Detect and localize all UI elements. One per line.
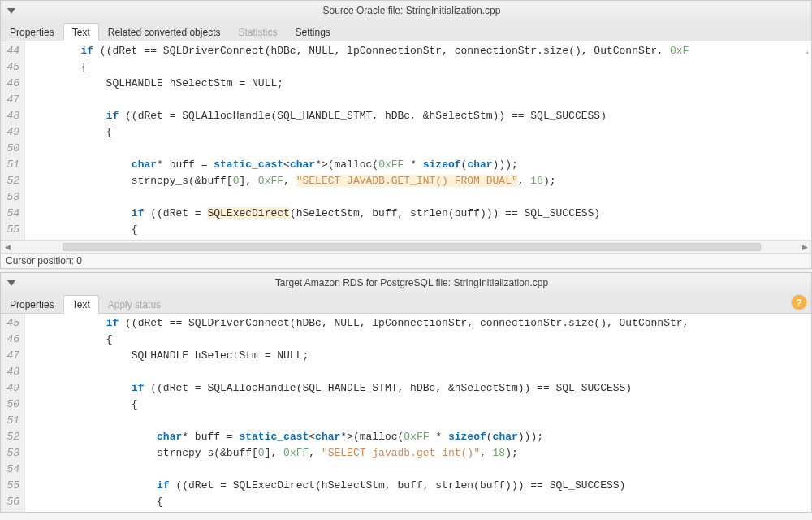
code-line[interactable]: { <box>30 124 811 141</box>
line-number: 50 <box>4 396 19 413</box>
code-line[interactable] <box>30 189 811 206</box>
target-title: Target Amazon RDS for PostgreSQL file: S… <box>17 277 806 288</box>
target-gutter: 454647484950515253545556 <box>1 314 25 512</box>
scroll-right-icon[interactable]: ▶ <box>798 243 811 251</box>
source-pane-header: Source Oracle file: StringInitialization… <box>1 1 811 20</box>
target-tabs: PropertiesTextApply status? <box>1 292 811 314</box>
source-status: Cursor position: 0 <box>1 253 811 268</box>
line-number: 47 <box>4 92 19 108</box>
source-tabs: PropertiesTextRelated converted objectsS… <box>1 20 811 41</box>
line-number: 51 <box>4 157 19 173</box>
code-line[interactable] <box>30 364 811 380</box>
tab-statistics: Statistics <box>229 23 286 42</box>
code-line[interactable]: strncpy_s(&buff[0], 0xFF, "SELECT JAVADB… <box>30 173 811 189</box>
tab-text[interactable]: Text <box>63 23 99 42</box>
scroll-up-icon[interactable]: ▴ <box>805 45 810 61</box>
line-number: 47 <box>4 348 19 364</box>
code-line[interactable]: { <box>30 332 811 348</box>
line-number: 55 <box>4 222 19 238</box>
scrollbar-track[interactable] <box>14 242 798 252</box>
code-line[interactable]: { <box>30 59 811 76</box>
code-line[interactable]: if ((dRet = SQLExecDirect(hSelectStm, bu… <box>30 478 811 494</box>
code-line[interactable]: if ((dRet == SQLDriverConnect(hDBc, NULL… <box>30 43 811 59</box>
code-line[interactable]: strncpy_s(&buff[0], 0xFF, "SELECT javadb… <box>30 445 811 462</box>
line-number: 53 <box>4 189 19 206</box>
source-title: Source Oracle file: StringInitialization… <box>17 5 806 16</box>
code-line[interactable]: if ((dRet = SQLAllocHandle(SQL_HANDLE_ST… <box>30 380 811 396</box>
target-code[interactable]: if ((dRet == SQLDriverConnect(hDBc, NULL… <box>25 314 811 512</box>
collapse-target-button[interactable] <box>6 277 17 288</box>
line-number: 49 <box>4 124 19 141</box>
svg-marker-0 <box>7 8 15 14</box>
source-code-area[interactable]: 444546474849505152535455 if ((dRet == SQ… <box>1 41 811 240</box>
code-line[interactable]: { <box>30 222 811 238</box>
line-number: 52 <box>4 429 19 445</box>
line-number: 54 <box>4 206 19 222</box>
line-number: 45 <box>4 59 19 76</box>
line-number: 56 <box>4 494 19 510</box>
source-gutter: 444546474849505152535455 <box>1 41 25 240</box>
source-horizontal-scrollbar[interactable]: ◀ ▶ <box>1 240 811 253</box>
tab-related-converted-objects[interactable]: Related converted objects <box>99 23 230 42</box>
help-icon[interactable]: ? <box>792 295 806 310</box>
target-pane: Target Amazon RDS for PostgreSQL file: S… <box>0 272 812 513</box>
code-line[interactable]: if ((dRet == SQLDriverConnect(hDBc, NULL… <box>30 315 811 332</box>
svg-marker-1 <box>7 280 15 286</box>
code-line[interactable]: { <box>30 396 811 413</box>
tab-settings[interactable]: Settings <box>286 23 339 42</box>
tab-apply-status: Apply status <box>99 295 170 314</box>
tab-properties[interactable]: Properties <box>1 23 63 42</box>
scroll-left-icon[interactable]: ◀ <box>1 243 14 251</box>
code-line[interactable] <box>30 462 811 478</box>
line-number: 54 <box>4 462 19 478</box>
source-code[interactable]: if ((dRet == SQLDriverConnect(hDBc, NULL… <box>25 41 811 240</box>
line-number: 52 <box>4 173 19 189</box>
code-line[interactable]: if ((dRet = SQLAllocHandle(SQL_HANDLE_ST… <box>30 108 811 124</box>
line-number: 51 <box>4 413 19 429</box>
code-line[interactable]: char* buff = static_cast<char*>(malloc(0… <box>30 157 811 173</box>
line-number: 48 <box>4 364 19 380</box>
code-line[interactable]: if ((dRet = SQLExecDirect(hSelectStm, bu… <box>30 206 811 222</box>
line-number: 44 <box>4 43 19 59</box>
target-pane-header: Target Amazon RDS for PostgreSQL file: S… <box>1 273 811 292</box>
code-line[interactable]: SQLHANDLE hSelectStm = NULL; <box>30 76 811 92</box>
code-line[interactable] <box>30 141 811 157</box>
line-number: 46 <box>4 76 19 92</box>
code-line[interactable] <box>30 92 811 108</box>
line-number: 53 <box>4 445 19 462</box>
code-line[interactable]: char* buff = static_cast<char*>(malloc(0… <box>30 429 811 445</box>
line-number: 50 <box>4 141 19 157</box>
code-line[interactable]: SQLHANDLE hSelectStm = NULL; <box>30 348 811 364</box>
line-number: 55 <box>4 478 19 494</box>
source-pane: Source Oracle file: StringInitialization… <box>0 0 812 269</box>
code-line[interactable] <box>30 413 811 429</box>
code-line[interactable]: { <box>30 494 811 510</box>
line-number: 45 <box>4 315 19 332</box>
scrollbar-thumb[interactable] <box>63 243 761 251</box>
line-number: 49 <box>4 380 19 396</box>
collapse-source-button[interactable] <box>6 5 17 16</box>
target-code-area[interactable]: 454647484950515253545556 if ((dRet == SQ… <box>1 314 811 512</box>
tab-properties[interactable]: Properties <box>1 295 63 314</box>
tab-text[interactable]: Text <box>63 295 99 314</box>
line-number: 46 <box>4 332 19 348</box>
line-number: 48 <box>4 108 19 124</box>
